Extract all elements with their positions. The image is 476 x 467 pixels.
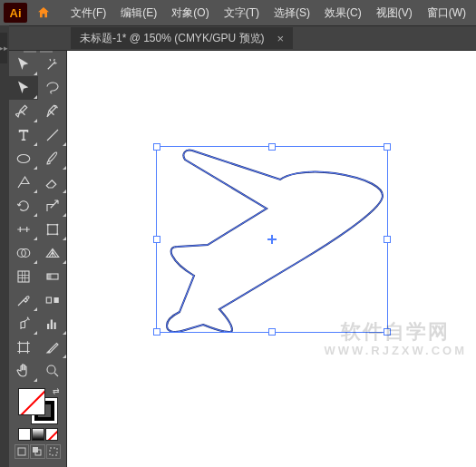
scale-tool[interactable] [38, 194, 67, 218]
handle-bottom-center[interactable] [268, 328, 276, 336]
lasso-tool[interactable] [38, 76, 67, 100]
ellipse-tool[interactable] [9, 147, 38, 170]
menu-type[interactable]: 文字(T) [217, 2, 267, 24]
svg-rect-16 [18, 448, 25, 455]
svg-point-13 [27, 317, 29, 319]
document-tab-bar: 未标题-1* @ 150% (CMYK/GPU 预览) × [0, 25, 476, 51]
gradient-tool[interactable] [38, 265, 67, 288]
paintbrush-tool[interactable] [38, 147, 67, 170]
zoom-tool[interactable] [38, 359, 67, 383]
svg-rect-8 [18, 271, 29, 282]
shaper-tool[interactable] [9, 170, 38, 194]
draw-normal-icon[interactable] [15, 444, 29, 459]
screen-mode-tool[interactable] [27, 462, 49, 467]
bounding-box[interactable] [156, 146, 388, 333]
panel-strip [0, 25, 9, 467]
menu-select[interactable]: 选择(S) [267, 2, 317, 24]
svg-rect-10 [46, 297, 51, 303]
handle-top-right[interactable] [384, 143, 391, 151]
handle-top-left[interactable] [153, 143, 160, 151]
draw-inside-icon[interactable] [46, 444, 61, 459]
color-swatches: ⇄ [9, 386, 66, 467]
svg-rect-11 [54, 297, 59, 303]
center-mark-icon [267, 235, 277, 244]
menu-object[interactable]: 对象(O) [164, 2, 216, 24]
magic-wand-tool[interactable] [38, 53, 67, 76]
watermark: 软件自学网 WWW.RJZXW.COM [325, 320, 467, 358]
handle-middle-left[interactable] [153, 236, 160, 243]
watermark-line2: WWW.RJZXW.COM [325, 344, 467, 358]
home-icon[interactable] [34, 4, 53, 22]
free-transform-tool[interactable] [38, 218, 67, 241]
svg-point-12 [28, 319, 30, 321]
width-tool[interactable] [9, 218, 38, 241]
color-mode-gradient[interactable] [32, 428, 44, 441]
type-tool[interactable] [9, 123, 38, 147]
handle-bottom-left[interactable] [153, 328, 160, 336]
curvature-pen-tool[interactable] [38, 100, 67, 123]
handle-middle-right[interactable] [384, 236, 391, 243]
svg-point-2 [47, 224, 49, 226]
line-tool[interactable] [38, 123, 67, 147]
handle-top-center[interactable] [268, 143, 276, 151]
document-tab[interactable]: 未标题-1* @ 150% (CMYK/GPU 预览) × [71, 27, 293, 49]
menu-window[interactable]: 窗口(W) [420, 2, 473, 24]
perspective-grid-tool[interactable] [38, 241, 67, 265]
artboard-tool[interactable] [9, 336, 38, 359]
svg-point-3 [56, 224, 58, 226]
color-mode-solid[interactable] [18, 428, 31, 441]
shape-builder-tool[interactable] [9, 241, 38, 265]
svg-rect-19 [50, 448, 57, 455]
hand-tool[interactable] [9, 359, 38, 383]
blend-tool[interactable] [38, 288, 67, 312]
toolbox-panel: ⇄ [9, 51, 67, 467]
mesh-tool[interactable] [9, 265, 38, 288]
swap-colors-icon[interactable]: ⇄ [53, 386, 60, 395]
rotate-tool[interactable] [9, 194, 38, 218]
menu-bar: Ai 文件(F) 编辑(E) 对象(O) 文字(T) 选择(S) 效果(C) 视… [0, 0, 476, 25]
eraser-tool[interactable] [38, 170, 67, 194]
app-logo-icon: Ai [4, 3, 27, 23]
close-icon[interactable]: × [277, 32, 285, 45]
svg-point-4 [47, 233, 49, 235]
pen-tool[interactable] [9, 100, 38, 123]
slice-tool[interactable] [38, 336, 67, 359]
menu-edit[interactable]: 编辑(E) [113, 2, 164, 24]
svg-rect-1 [48, 225, 58, 235]
eyedropper-tool[interactable] [9, 288, 38, 312]
watermark-line1: 软件自学网 [325, 320, 467, 344]
fill-swatch[interactable] [18, 388, 45, 415]
color-mode-none[interactable] [45, 428, 58, 441]
tab-title: 未标题-1* @ 150% (CMYK/GPU 预览) [80, 31, 265, 46]
collapse-handle-icon[interactable]: ▸▸ [0, 33, 7, 63]
direct-selection-tool[interactable] [9, 76, 38, 100]
svg-point-0 [17, 155, 30, 163]
symbol-sprayer-tool[interactable] [9, 312, 38, 336]
draw-behind-icon[interactable] [30, 444, 44, 459]
menu-file[interactable]: 文件(F) [63, 2, 113, 24]
menu-effect[interactable]: 效果(C) [317, 2, 369, 24]
svg-point-15 [47, 365, 55, 374]
canvas[interactable]: 软件自学网 WWW.RJZXW.COM [67, 51, 476, 467]
column-graph-tool[interactable] [38, 312, 67, 336]
menu-view[interactable]: 视图(V) [369, 2, 420, 24]
selection-tool[interactable] [9, 53, 38, 76]
svg-rect-14 [20, 344, 28, 352]
svg-point-5 [56, 233, 58, 235]
